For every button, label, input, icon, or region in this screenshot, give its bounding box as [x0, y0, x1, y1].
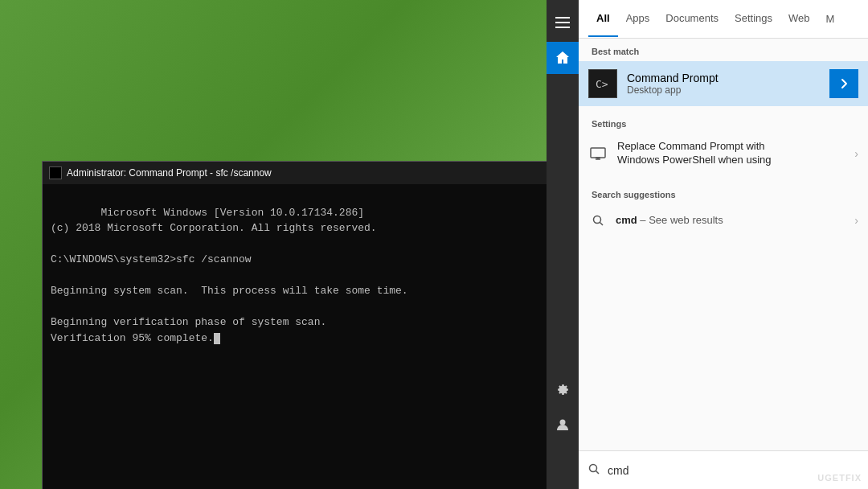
svg-text:C>: C> — [596, 78, 608, 90]
svg-line-8 — [600, 222, 604, 225]
suggestion-chevron-icon: › — [854, 214, 858, 227]
best-match-label: Best match — [579, 39, 868, 61]
settings-item-text: Replace Command Prompt withWindows Power… — [617, 140, 848, 167]
tab-apps[interactable]: Apps — [618, 1, 658, 37]
search-bar[interactable] — [579, 450, 868, 489]
monitor-icon-wrap — [588, 144, 608, 163]
search-results: Best match C> Command Prompt Desktop app — [579, 39, 868, 450]
cmd-title: Administrator: Command Prompt - sfc /sca… — [67, 167, 272, 179]
cmd-line8: Beginning verification phase of system s… — [51, 316, 326, 328]
chevron-right-icon: › — [854, 147, 858, 160]
app-info: Command Prompt Desktop app — [627, 72, 829, 96]
cursor — [214, 333, 220, 344]
cmd-titlebar: Administrator: Command Prompt - sfc /sca… — [43, 162, 567, 184]
hamburger-icon — [555, 17, 570, 28]
watermark: UGETFIX — [817, 473, 862, 483]
desktop: Administrator: Command Prompt - sfc /sca… — [0, 0, 868, 489]
cmd-line6: Beginning system scan. This process will… — [51, 285, 408, 297]
home-icon — [555, 51, 570, 65]
tab-documents[interactable]: Documents — [657, 1, 727, 37]
cmd-window: Administrator: Command Prompt - sfc /sca… — [18, 77, 548, 435]
settings-button[interactable] — [547, 373, 579, 405]
hamburger-button[interactable] — [547, 6, 579, 39]
search-icon — [588, 463, 600, 475]
svg-point-0 — [560, 420, 566, 425]
settings-section: Settings Replace Command Prompt withWind… — [579, 106, 868, 179]
sidebar-strip — [547, 0, 579, 489]
best-match-item[interactable]: C> Command Prompt Desktop app — [579, 61, 868, 106]
cmd-line2: (c) 2018 Microsoft Corporation. All righ… — [51, 222, 377, 234]
tab-all[interactable]: All — [588, 1, 618, 37]
svg-line-10 — [596, 471, 600, 475]
command-prompt-icon: C> — [588, 69, 617, 98]
user-button[interactable] — [547, 409, 579, 441]
gear-icon — [555, 382, 570, 397]
suggestion-bold: cmd — [616, 214, 637, 226]
app-name: Command Prompt — [627, 72, 829, 84]
tabs-bar: All Apps Documents Settings Web M — [579, 0, 868, 39]
search-suggestions-label: Search suggestions — [579, 182, 868, 204]
arrow-right-icon — [838, 78, 850, 89]
search-suggestion-icon-wrap — [588, 211, 608, 230]
search-suggestions-section: Search suggestions cmd – See web results… — [579, 179, 868, 240]
open-arrow-button[interactable] — [829, 69, 858, 98]
suggestion-text: cmd – See web results — [616, 214, 848, 226]
cmd-window-icon — [49, 166, 62, 179]
search-panel: All Apps Documents Settings Web M Best m… — [579, 0, 868, 489]
tab-web[interactable]: Web — [780, 1, 818, 37]
sidebar-bottom — [547, 373, 579, 441]
cmd-line1: Microsoft Windows [Version 10.0.17134.28… — [100, 207, 364, 219]
user-icon — [555, 417, 570, 432]
monitor-icon — [590, 147, 606, 160]
tab-more[interactable]: M — [818, 2, 843, 36]
svg-rect-3 — [591, 148, 605, 158]
svg-point-9 — [590, 465, 597, 472]
suggestion-cmd[interactable]: cmd – See web results › — [579, 204, 868, 236]
home-button[interactable] — [547, 42, 579, 74]
app-type: Desktop app — [627, 84, 829, 96]
cmd-line9: Verification 95% complete. — [51, 332, 214, 344]
settings-item-powershell[interactable]: Replace Command Prompt withWindows Power… — [579, 134, 868, 174]
svg-point-7 — [594, 216, 601, 223]
cmd-output: Microsoft Windows [Version 10.0.17134.28… — [43, 184, 567, 489]
cmd-icon-svg: C> — [594, 75, 612, 92]
cmd-line4: C:\WINDOWS\system32>sfc /scannow — [51, 253, 252, 265]
search-bar-icon — [588, 463, 600, 477]
suggestion-sub: – See web results — [640, 214, 723, 226]
magnifier-icon — [592, 215, 604, 226]
settings-label: Settings — [579, 111, 868, 134]
tab-settings[interactable]: Settings — [727, 1, 780, 37]
